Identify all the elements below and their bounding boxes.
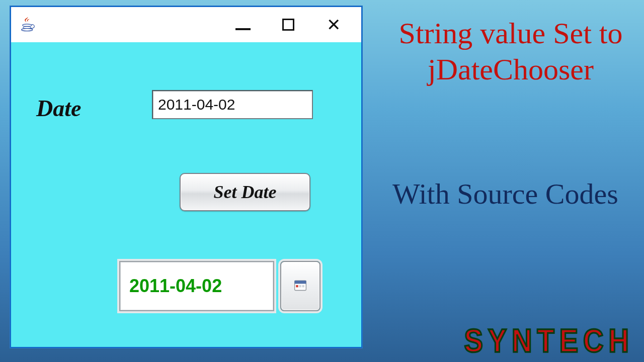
svg-rect-4 [295,281,306,284]
close-button[interactable]: ✕ [321,12,346,37]
java-cup-icon [18,15,38,35]
headline-red: String value Set to jDateChooser [387,15,634,87]
date-label: Date [36,95,81,122]
svg-point-1 [23,27,31,29]
svg-rect-5 [296,285,298,287]
svg-rect-7 [302,285,304,287]
app-window: ✕ Date 2011-04-02 Set Date 2011-04-02 [10,6,362,348]
svg-rect-6 [299,285,301,287]
titlebar[interactable]: ✕ [11,7,361,42]
calendar-icon [293,278,307,294]
headline-blue: With Source Codes [387,176,634,213]
maximize-button[interactable] [276,12,301,37]
svg-point-0 [23,24,32,27]
date-input[interactable]: 2011-04-02 [152,90,313,119]
jdatechooser-field[interactable]: 2011-04-02 [119,261,274,311]
minimize-button[interactable] [230,12,256,37]
jdatechooser-button[interactable] [280,261,320,311]
client-area: Date 2011-04-02 Set Date 2011-04-02 [11,42,361,347]
brand-watermark: SYNTECH [464,322,634,359]
set-date-button[interactable]: Set Date [180,173,310,211]
window-controls: ✕ [230,12,356,37]
jdatechooser: 2011-04-02 [119,261,320,311]
